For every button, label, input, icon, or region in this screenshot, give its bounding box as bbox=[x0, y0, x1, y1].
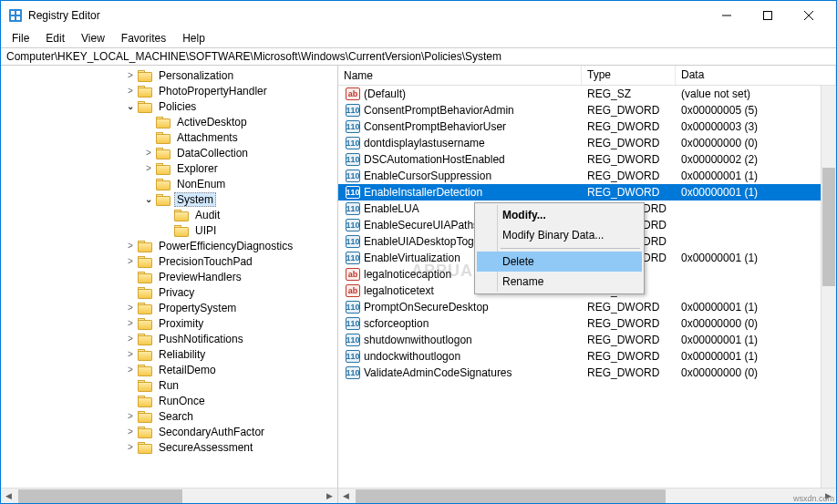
expander-closed-icon[interactable]: > bbox=[125, 334, 136, 344]
value-row[interactable]: 110dontdisplaylastusernameREG_DWORD0x000… bbox=[338, 135, 836, 151]
maximize-button[interactable] bbox=[747, 2, 788, 28]
value-row[interactable]: 110EnableInstallerDetectionREG_DWORD0x00… bbox=[338, 184, 836, 201]
folder-icon bbox=[138, 441, 152, 453]
expander-closed-icon[interactable]: > bbox=[125, 442, 136, 452]
menu-favorites[interactable]: Favorites bbox=[114, 31, 173, 46]
tree-item-label: RetailDemo bbox=[156, 364, 219, 376]
expander-closed-icon[interactable]: > bbox=[143, 148, 154, 158]
svg-rect-1 bbox=[11, 11, 15, 15]
tree-item-label: Policies bbox=[156, 100, 199, 113]
minimize-button[interactable] bbox=[706, 2, 747, 28]
svg-rect-3 bbox=[11, 16, 15, 20]
value-name: ConsentPromptBehaviorUser bbox=[364, 120, 506, 133]
tree-item[interactable]: RunOnce bbox=[1, 393, 337, 408]
value-row[interactable]: 110scforceoptionREG_DWORD0x00000000 (0) bbox=[338, 315, 836, 332]
value-data: 0x00000003 (3) bbox=[676, 120, 836, 133]
tree-hscrollbar[interactable]: ◀ ▶ bbox=[1, 488, 337, 503]
context-modify[interactable]: Modify... bbox=[477, 205, 642, 225]
value-row[interactable]: 110DSCAutomationHostEnabledREG_DWORD0x00… bbox=[338, 151, 836, 168]
tree-item[interactable]: Privacy bbox=[1, 284, 337, 300]
string-value-icon: ab bbox=[346, 284, 360, 297]
value-type: REG_DWORD bbox=[582, 104, 676, 117]
col-header-type[interactable]: Type bbox=[582, 66, 676, 85]
dword-value-icon: 110 bbox=[346, 235, 360, 248]
tree-item[interactable]: >PropertySystem bbox=[1, 300, 337, 315]
tree-item[interactable]: PreviewHandlers bbox=[1, 269, 337, 284]
tree-item[interactable]: >RetailDemo bbox=[1, 362, 337, 377]
value-type: REG_DWORD bbox=[582, 317, 676, 330]
expander-closed-icon[interactable]: > bbox=[125, 303, 136, 313]
tree-item[interactable]: >PowerEfficiencyDiagnostics bbox=[1, 238, 337, 253]
expander-open-icon[interactable]: ⌄ bbox=[143, 194, 154, 204]
tree-item[interactable]: UIPI bbox=[1, 222, 337, 238]
tree-item[interactable]: >PrecisionTouchPad bbox=[1, 253, 337, 269]
tree-item[interactable]: Run bbox=[1, 377, 337, 393]
context-rename[interactable]: Rename bbox=[477, 272, 642, 292]
tree-item[interactable]: >Reliability bbox=[1, 346, 337, 362]
tree-item[interactable]: >SecondaryAuthFactor bbox=[1, 424, 337, 439]
tree-item[interactable]: Attachments bbox=[1, 129, 337, 145]
col-header-name[interactable]: Name bbox=[338, 66, 582, 85]
value-row[interactable]: 110ConsentPromptBehaviorAdminREG_DWORD0x… bbox=[338, 102, 836, 118]
tree-item[interactable]: >SecureAssessment bbox=[1, 439, 337, 455]
tree-item[interactable]: >PhotoPropertyHandler bbox=[1, 83, 337, 98]
window-title: Registry Editor bbox=[28, 9, 706, 22]
address-bar[interactable]: Computer\HKEY_LOCAL_MACHINE\SOFTWARE\Mic… bbox=[1, 47, 836, 66]
tree-item-label: Privacy bbox=[156, 286, 197, 299]
tree-item[interactable]: ⌄System bbox=[1, 191, 337, 207]
folder-icon bbox=[138, 333, 152, 345]
tree-item[interactable]: Audit bbox=[1, 207, 337, 222]
menu-help[interactable]: Help bbox=[175, 31, 212, 46]
value-row[interactable]: 110undockwithoutlogonREG_DWORD0x00000001… bbox=[338, 348, 836, 365]
menu-view[interactable]: View bbox=[74, 31, 112, 46]
value-data: 0x00000001 (1) bbox=[676, 301, 836, 314]
tree-item[interactable]: >Explorer bbox=[1, 160, 337, 176]
value-row[interactable]: 110ConsentPromptBehaviorUserREG_DWORD0x0… bbox=[338, 118, 836, 135]
expander-closed-icon[interactable]: > bbox=[125, 256, 136, 266]
expander-closed-icon[interactable]: > bbox=[125, 411, 136, 421]
value-row[interactable]: 110PromptOnSecureDesktopREG_DWORD0x00000… bbox=[338, 299, 836, 315]
tree-item[interactable]: >Proximity bbox=[1, 315, 337, 331]
tree-item-label: Reliability bbox=[156, 348, 208, 361]
col-header-data[interactable]: Data bbox=[676, 66, 836, 85]
list-hscrollbar[interactable]: ◀ ▶ bbox=[338, 488, 836, 503]
expander-closed-icon[interactable]: > bbox=[125, 86, 136, 96]
tree-item[interactable]: ActiveDesktop bbox=[1, 114, 337, 129]
tree-item-label: PropertySystem bbox=[156, 302, 239, 314]
folder-icon bbox=[138, 426, 152, 437]
context-modify-binary[interactable]: Modify Binary Data... bbox=[477, 225, 642, 245]
value-row[interactable]: ab(Default)REG_SZ(value not set) bbox=[338, 86, 836, 102]
menu-edit[interactable]: Edit bbox=[38, 31, 72, 46]
tree-item-label: SecondaryAuthFactor bbox=[156, 426, 267, 438]
menubar: File Edit View Favorites Help bbox=[1, 29, 836, 47]
expander-closed-icon[interactable]: > bbox=[125, 241, 136, 251]
context-menu: Modify... Modify Binary Data... Delete R… bbox=[474, 202, 645, 294]
value-row[interactable]: 110EnableCursorSuppressionREG_DWORD0x000… bbox=[338, 168, 836, 184]
menu-file[interactable]: File bbox=[5, 31, 36, 46]
value-name: EnableVirtualization bbox=[364, 252, 460, 264]
tree-item[interactable]: >Search bbox=[1, 408, 337, 424]
value-name: PromptOnSecureDesktop bbox=[364, 301, 489, 314]
value-row[interactable]: 110shutdownwithoutlogonREG_DWORD0x000000… bbox=[338, 332, 836, 348]
tree-item[interactable]: >PushNotifications bbox=[1, 331, 337, 346]
expander-open-icon[interactable]: ⌄ bbox=[125, 101, 136, 111]
expander-closed-icon[interactable]: > bbox=[143, 163, 154, 173]
tree-item[interactable]: >DataCollection bbox=[1, 145, 337, 160]
close-button[interactable] bbox=[788, 2, 829, 28]
expander-closed-icon[interactable]: > bbox=[125, 70, 136, 80]
string-value-icon: ab bbox=[346, 87, 360, 100]
tree-item-label: SecureAssessment bbox=[156, 441, 255, 454]
tree-item[interactable]: >Personalization bbox=[1, 67, 337, 83]
expander-closed-icon[interactable]: > bbox=[125, 318, 136, 328]
value-name: ConsentPromptBehaviorAdmin bbox=[364, 104, 514, 117]
tree-item[interactable]: NonEnum bbox=[1, 176, 337, 191]
tree-item[interactable]: ⌄Policies bbox=[1, 98, 337, 114]
expander-closed-icon[interactable]: > bbox=[125, 349, 136, 359]
value-row[interactable]: 110ValidateAdminCodeSignaturesREG_DWORD0… bbox=[338, 365, 836, 381]
expander-closed-icon[interactable]: > bbox=[125, 365, 136, 375]
expander-closed-icon[interactable]: > bbox=[125, 427, 136, 437]
context-delete[interactable]: Delete bbox=[477, 252, 642, 272]
value-name: (Default) bbox=[364, 87, 406, 100]
list-vscrollbar[interactable] bbox=[821, 86, 836, 488]
string-value-icon: ab bbox=[346, 268, 360, 281]
